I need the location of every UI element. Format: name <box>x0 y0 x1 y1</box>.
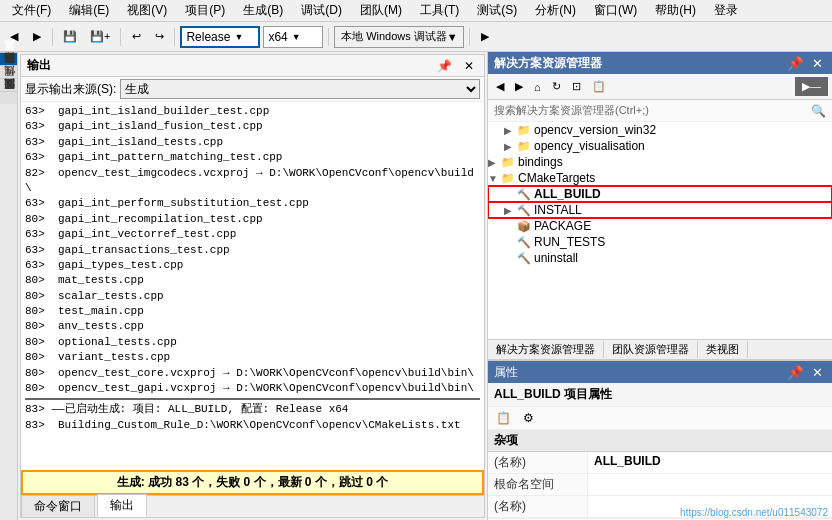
build-config-label: Release <box>186 30 230 44</box>
toolbar-run[interactable]: ▶ <box>475 26 495 48</box>
properties-titlebar: 属性 📌 ✕ <box>488 361 832 383</box>
sol-tb-filter[interactable]: ▶— <box>795 77 828 96</box>
toolbar-sep-5 <box>469 28 470 46</box>
solution-search-bar: 搜索解决方案资源管理器(Ctrl+;) 🔍 <box>488 100 832 122</box>
menu-login[interactable]: 登录 <box>706 0 746 21</box>
solution-explorer-close[interactable]: ✕ <box>809 56 826 71</box>
sol-tb-collapse[interactable]: ⊡ <box>568 78 585 95</box>
properties-titlebar-btns: 📌 ✕ <box>784 365 826 380</box>
toolbar-save-all[interactable]: 💾+ <box>85 26 115 48</box>
tree-icon: 🔨 <box>516 252 532 265</box>
side-tab-toolbox[interactable]: 工具箱 <box>0 52 17 65</box>
properties-title: 属性 <box>494 364 518 381</box>
bottom-tab-output[interactable]: 输出 <box>97 494 147 517</box>
tree-item[interactable]: 🔨RUN_TESTS <box>488 234 832 250</box>
debug-target-dropdown[interactable]: 本地 Windows 调试器 ▼ <box>334 26 464 48</box>
tree-icon: 🔨 <box>516 236 532 249</box>
output-pin-btn[interactable]: 📌 <box>433 59 456 73</box>
solution-search-icon[interactable]: 🔍 <box>811 104 826 118</box>
sol-tb-back[interactable]: ◀ <box>492 78 508 95</box>
output-status-bar: 生成: 成功 83 个，失败 0 个，最新 0 个，跳过 0 个 <box>21 470 484 495</box>
output-line: 83> ——已启动生成: 项目: ALL_BUILD, 配置: Release … <box>25 402 480 417</box>
sol-tb-prop[interactable]: 📋 <box>588 78 610 95</box>
toolbar-sep-1 <box>52 28 53 46</box>
toolbar-sep-3 <box>174 28 175 46</box>
side-tab-team[interactable]: 团队资源管理器 <box>0 91 17 104</box>
output-line: 82> opencv_test_imgcodecs.vcxproj → D:\W… <box>25 166 480 197</box>
solution-search-text: 搜索解决方案资源管理器(Ctrl+;) <box>494 103 649 118</box>
tree-label: INSTALL <box>534 203 582 217</box>
menu-edit[interactable]: 编辑(E) <box>61 0 117 21</box>
tree-item[interactable]: ▶📁opency_visualisation <box>488 138 832 154</box>
menu-tools[interactable]: 工具(T) <box>412 0 467 21</box>
properties-content: ALL_BUILD 项目属性 📋 ⚙ 杂项 (名称) ALL_BUILD 根命名… <box>488 383 832 520</box>
sol-tb-home[interactable]: ⌂ <box>530 79 545 95</box>
sol-tab-team[interactable]: 团队资源管理器 <box>604 341 698 358</box>
tree-label: uninstall <box>534 251 578 265</box>
sol-tb-refresh[interactable]: ↻ <box>548 78 565 95</box>
properties-close[interactable]: ✕ <box>809 365 826 380</box>
platform-label: x64 <box>268 30 287 44</box>
menu-team[interactable]: 团队(M) <box>352 0 410 21</box>
solution-tree[interactable]: ▶📁opencv_version_win32▶📁opency_visualisa… <box>488 122 832 339</box>
properties-panel: 属性 📌 ✕ ALL_BUILD 项目属性 📋 ⚙ 杂项 (名称) ALL_BU… <box>488 360 832 520</box>
solution-explorer-titlebar-btns: 📌 ✕ <box>784 56 826 71</box>
menu-test[interactable]: 测试(S) <box>469 0 525 21</box>
tree-arrow: ▶ <box>504 141 516 152</box>
menu-help[interactable]: 帮助(H) <box>647 0 704 21</box>
menu-analyze[interactable]: 分析(N) <box>527 0 584 21</box>
output-close-btn[interactable]: ✕ <box>460 59 478 73</box>
build-config-dropdown[interactable]: Release ▼ <box>180 26 260 48</box>
props-btn-1[interactable]: 📋 <box>492 409 515 427</box>
props-btn-2[interactable]: ⚙ <box>519 409 538 427</box>
output-line: 63> gapi_int_perform_substitution_test.c… <box>25 196 480 211</box>
menu-project[interactable]: 项目(P) <box>177 0 233 21</box>
output-titlebar-right: 📌 ✕ <box>433 59 478 73</box>
side-tab-server[interactable]: 服务器资源管理器 <box>0 65 17 78</box>
props-row-namespace: 根命名空间 <box>488 474 832 496</box>
sol-tab-solution[interactable]: 解决方案资源管理器 <box>488 341 604 358</box>
menu-build[interactable]: 生成(B) <box>235 0 291 21</box>
sol-tab-class[interactable]: 类视图 <box>698 341 748 358</box>
tree-icon: 📁 <box>500 156 516 169</box>
debug-target-arrow: ▼ <box>447 31 458 43</box>
menu-file[interactable]: 文件(F) <box>4 0 59 21</box>
tree-item[interactable]: ▶📁opencv_version_win32 <box>488 122 832 138</box>
toolbar-forward[interactable]: ▶ <box>27 26 47 48</box>
output-line: 80> opencv_test_gapi.vcxproj → D:\WORK\O… <box>25 381 480 396</box>
properties-pin[interactable]: 📌 <box>784 365 807 380</box>
menu-window[interactable]: 窗口(W) <box>586 0 645 21</box>
output-line: 80> gapi_int_recompilation_test.cpp <box>25 212 480 227</box>
solution-explorer-pin[interactable]: 📌 <box>784 56 807 71</box>
toolbar-back[interactable]: ◀ <box>4 26 24 48</box>
output-line: 63> gapi_transactions_test.cpp <box>25 243 480 258</box>
tree-item[interactable]: 📦PACKAGE <box>488 218 832 234</box>
toolbar-undo[interactable]: ↩ <box>126 26 146 48</box>
output-content[interactable]: 63> gapi_int_island_builder_test.cpp63> … <box>21 102 484 470</box>
toolbar-save[interactable]: 💾 <box>58 26 82 48</box>
sol-tb-forward[interactable]: ▶ <box>511 78 527 95</box>
menu-debug[interactable]: 调试(D) <box>293 0 350 21</box>
toolbar-redo[interactable]: ↪ <box>149 26 169 48</box>
output-filter-select[interactable]: 生成 <box>120 79 480 99</box>
tree-label: PACKAGE <box>534 219 591 233</box>
tree-item[interactable]: ▶🔨INSTALL <box>488 202 832 218</box>
tree-item[interactable]: ▶📁bindings <box>488 154 832 170</box>
tree-arrow: ▶ <box>504 205 516 216</box>
props-key-name: (名称) <box>488 452 588 473</box>
bottom-tab-cmd[interactable]: 命令窗口 <box>21 495 95 517</box>
tree-item[interactable]: 🔨ALL_BUILD <box>488 186 832 202</box>
tree-item[interactable]: 🔨uninstall <box>488 250 832 266</box>
side-tab-properties[interactable]: 属性 <box>0 78 17 91</box>
output-line: 63> gapi_int_island_tests.cpp <box>25 135 480 150</box>
output-panel: 输出 📌 ✕ 显示输出来源(S): 生成 63> gapi_int_island… <box>20 54 485 518</box>
props-val-name: ALL_BUILD <box>588 452 832 473</box>
output-titlebar: 输出 📌 ✕ <box>21 55 484 77</box>
tree-icon: 📁 <box>516 140 532 153</box>
output-line: 80> variant_tests.cpp <box>25 350 480 365</box>
side-tabs: 工具箱 服务器资源管理器 属性 团队资源管理器 <box>0 52 18 520</box>
menu-view[interactable]: 视图(V) <box>119 0 175 21</box>
platform-dropdown[interactable]: x64 ▼ <box>263 26 323 48</box>
tree-item[interactable]: ▼📁CMakeTargets <box>488 170 832 186</box>
toolbar-sep-4 <box>328 28 329 46</box>
